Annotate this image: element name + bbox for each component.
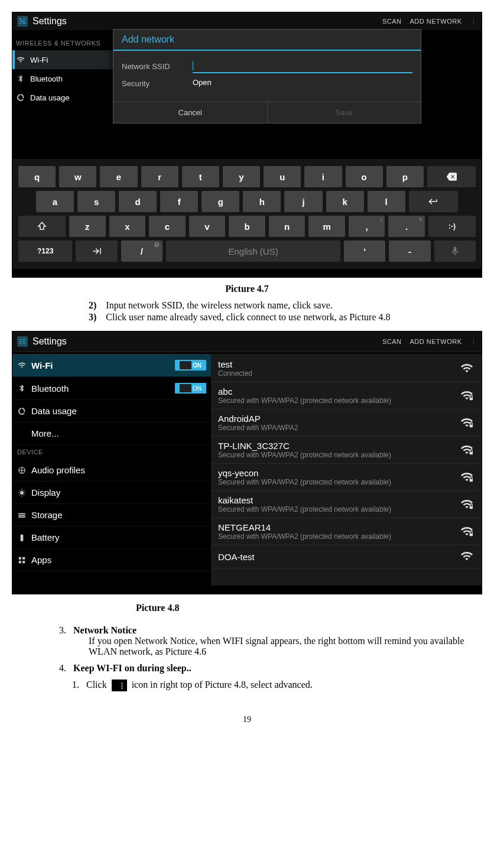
network-name: kaikatest	[218, 495, 460, 505]
key-,[interactable]: ,!	[349, 216, 385, 237]
item-3-num: 3.	[59, 625, 66, 635]
sidebar-item-bluetooth[interactable]: Bluetooth ON	[12, 377, 211, 400]
svg-rect-8	[22, 561, 25, 563]
wifi-lock-icon	[460, 525, 474, 539]
page-number: 19	[12, 715, 482, 724]
key-o[interactable]: o	[346, 166, 383, 187]
sidebar-item-wifi[interactable]: Wi-Fi	[12, 50, 125, 69]
sidebar-item-data-usage[interactable]: Data usage	[12, 88, 125, 107]
overflow-menu-icon[interactable]: ⋮	[470, 338, 477, 346]
key-d[interactable]: d	[119, 191, 157, 212]
symbols-key[interactable]: ?123	[18, 240, 72, 262]
tab-key[interactable]	[76, 240, 117, 262]
scan-button[interactable]: SCAN	[382, 338, 402, 345]
ssid-input[interactable]	[193, 59, 412, 73]
sidebar-item-wifi[interactable]: Wi-Fi ON	[12, 354, 211, 377]
network-row[interactable]: AndroidAPSecured with WPA/WPA2	[211, 409, 482, 437]
network-status: Secured with WPA/WPA2 (protected network…	[218, 532, 460, 541]
sidebar-item-bluetooth[interactable]: Bluetooth	[12, 69, 125, 88]
settings-icon	[17, 16, 28, 27]
wifi-icon	[16, 55, 25, 64]
shift-key[interactable]	[18, 216, 66, 237]
key-i[interactable]: i	[304, 166, 342, 187]
key-j[interactable]: j	[284, 191, 322, 212]
svg-rect-9	[470, 397, 473, 400]
svg-rect-11	[470, 451, 473, 454]
dash-key[interactable]: -	[389, 240, 430, 262]
caption-4-8: Picture 4.8	[136, 603, 179, 613]
key-n[interactable]: n	[269, 216, 306, 237]
network-row[interactable]: TP-LINK_3C327CSecured with WPA/WPA2 (pro…	[211, 437, 482, 464]
smiley-key[interactable]: :-)	[428, 216, 476, 237]
network-row[interactable]: abcSecured with WPA/WPA2 (protected netw…	[211, 382, 482, 409]
backspace-key[interactable]	[427, 166, 476, 187]
svg-point-2	[22, 21, 23, 22]
audio-icon	[17, 466, 27, 475]
key-b[interactable]: b	[229, 216, 265, 237]
svg-rect-13	[470, 506, 473, 509]
sidebar-item-battery[interactable]: Battery	[12, 526, 211, 549]
sidebar-item-audio[interactable]: Audio profiles	[12, 459, 211, 482]
key-s[interactable]: s	[77, 191, 115, 212]
add-network-button[interactable]: ADD NETWORK	[410, 18, 462, 25]
key-l[interactable]: l	[368, 191, 405, 212]
key-q[interactable]: q	[18, 166, 56, 187]
apostrophe-key[interactable]: '	[344, 240, 385, 262]
key-g[interactable]: g	[202, 191, 239, 212]
bluetooth-toggle[interactable]: ON	[175, 383, 206, 394]
key-p[interactable]: p	[386, 166, 424, 187]
add-network-button[interactable]: ADD NETWORK	[410, 338, 462, 345]
display-icon	[17, 488, 27, 498]
network-row[interactable]: DOA-test	[211, 545, 482, 568]
key-v[interactable]: v	[189, 216, 226, 237]
key-e[interactable]: e	[100, 166, 137, 187]
svg-rect-5	[19, 557, 21, 559]
cancel-button[interactable]: Cancel	[113, 102, 268, 123]
spacebar[interactable]: English (US)	[166, 240, 340, 262]
wifi-toggle[interactable]: ON	[175, 360, 206, 370]
key-f[interactable]: f	[160, 191, 198, 212]
key-k[interactable]: k	[326, 191, 364, 212]
settings-icon	[17, 336, 28, 347]
slash-key[interactable]: /@	[121, 240, 162, 262]
key-a[interactable]: a	[36, 191, 74, 212]
key-y[interactable]: y	[223, 166, 260, 187]
key-h[interactable]: h	[243, 191, 281, 212]
network-name: NETGEAR14	[218, 522, 460, 532]
item-4-title: Keep WI-FI on during sleep..	[73, 663, 191, 673]
network-row[interactable]: NETGEAR14Secured with WPA/WPA2 (protecte…	[211, 518, 482, 545]
mic-key[interactable]	[434, 240, 476, 262]
scan-button[interactable]: SCAN	[382, 18, 402, 25]
security-dropdown[interactable]: Open	[193, 77, 412, 90]
key-.[interactable]: .?	[388, 216, 425, 237]
item-4-num: 4.	[59, 663, 66, 673]
key-w[interactable]: w	[59, 166, 96, 187]
key-t[interactable]: t	[182, 166, 219, 187]
network-status: Connected	[218, 369, 460, 378]
sidebar-item-data-usage[interactable]: Data usage	[12, 400, 211, 422]
wifi-lock-icon	[460, 498, 474, 512]
sub-1-post: icon in right top of Picture 4.8, select	[132, 680, 272, 690]
key-z[interactable]: z	[69, 216, 106, 237]
network-row[interactable]: kaikatestSecured with WPA/WPA2 (protecte…	[211, 491, 482, 518]
key-u[interactable]: u	[264, 166, 301, 187]
network-row[interactable]: testConnected	[211, 355, 482, 382]
sub-1-num: 1.	[72, 680, 79, 690]
sidebar-data-label: Data usage	[30, 93, 70, 102]
network-status: Secured with WPA/WPA2 (protected network…	[218, 478, 460, 486]
sidebar-item-apps[interactable]: Apps	[12, 549, 211, 571]
wifi-icon	[17, 360, 27, 370]
key-m[interactable]: m	[308, 216, 345, 237]
sidebar-section-device: DEVICE	[12, 445, 211, 459]
sidebar-item-more[interactable]: More...	[12, 422, 211, 445]
key-x[interactable]: x	[109, 216, 146, 237]
key-r[interactable]: r	[141, 166, 178, 187]
enter-key[interactable]	[409, 191, 458, 212]
network-row[interactable]: yqs-yeconSecured with WPA/WPA2 (protecte…	[211, 464, 482, 491]
sidebar-item-storage[interactable]: Storage	[12, 504, 211, 526]
network-name: AndroidAP	[218, 414, 460, 424]
key-c[interactable]: c	[149, 216, 186, 237]
sidebar-item-display[interactable]: Display	[12, 482, 211, 504]
save-button[interactable]: Save	[268, 102, 421, 123]
overflow-menu-icon[interactable]: ⋮	[470, 18, 477, 25]
